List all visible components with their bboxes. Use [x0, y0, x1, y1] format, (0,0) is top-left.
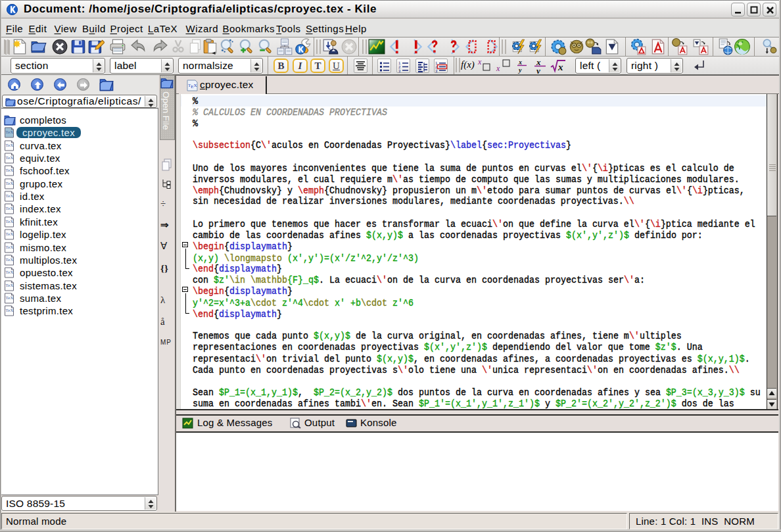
svg-text:TeX: TeX — [6, 245, 14, 249]
svg-text:TeX: TeX — [6, 130, 14, 134]
svg-text:TeX: TeX — [6, 308, 14, 312]
svg-text:TeX: TeX — [6, 270, 14, 274]
svg-text:x: x — [518, 59, 522, 66]
svg-text:TeX: TeX — [6, 155, 14, 160]
svg-text:x: x — [496, 64, 500, 73]
svg-text:TeX: TeX — [6, 143, 14, 147]
svg-text:TeX: TeX — [6, 295, 14, 300]
svg-text:x: x — [557, 62, 563, 72]
svg-text:y: y — [535, 66, 540, 74]
svg-text:TeX: TeX — [6, 257, 14, 262]
svg-text:3: 3 — [435, 69, 438, 73]
svg-text:TeX: TeX — [6, 168, 14, 172]
svg-text:TeX: TeX — [6, 219, 14, 224]
svg-text:TeX: TeX — [6, 206, 14, 210]
svg-text:TeX: TeX — [6, 181, 14, 185]
svg-text:TeX: TeX — [6, 193, 14, 198]
svg-text:x: x — [477, 58, 482, 66]
svg-text:3: 3 — [398, 69, 401, 73]
svg-text:TeX: TeX — [6, 283, 14, 287]
svg-text:y: y — [518, 66, 522, 74]
svg-text:TeX: TeX — [6, 231, 14, 236]
